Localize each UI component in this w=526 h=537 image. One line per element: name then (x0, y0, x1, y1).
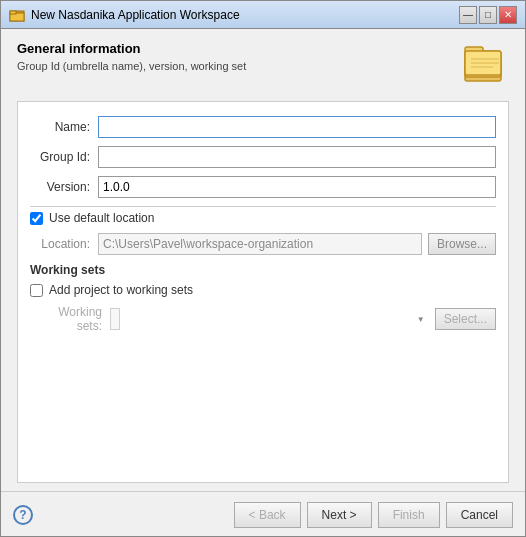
groupid-label: Group Id: (30, 150, 98, 164)
dialog-content: General information Group Id (umbrella n… (1, 29, 525, 491)
add-working-sets-label[interactable]: Add project to working sets (49, 283, 193, 297)
header-title: General information (17, 41, 453, 56)
help-button[interactable]: ? (13, 505, 33, 525)
location-input (98, 233, 422, 255)
add-working-sets-checkbox[interactable] (30, 284, 43, 297)
back-button[interactable]: < Back (234, 502, 301, 528)
working-sets-select-wrapper (110, 308, 429, 330)
use-default-location-label[interactable]: Use default location (49, 211, 154, 225)
select-button: Select... (435, 308, 496, 330)
working-sets-section: Working sets Add project to working sets… (30, 263, 496, 333)
close-button[interactable]: ✕ (499, 6, 517, 24)
working-sets-select (110, 308, 120, 330)
cancel-button[interactable]: Cancel (446, 502, 513, 528)
header-section: General information Group Id (umbrella n… (17, 41, 509, 89)
minimize-button[interactable]: — (459, 6, 477, 24)
name-row: Name: (30, 116, 496, 138)
groupid-row: Group Id: (30, 146, 496, 168)
browse-button: Browse... (428, 233, 496, 255)
working-sets-title: Working sets (30, 263, 496, 277)
ws-label: Working sets: (30, 305, 110, 333)
groupid-input[interactable] (98, 146, 496, 168)
location-label: Location: (30, 237, 98, 251)
main-window: New Nasdanika Application Workspace — □ … (0, 0, 526, 537)
maximize-button[interactable]: □ (479, 6, 497, 24)
header-subtitle: Group Id (umbrella name), version, worki… (17, 60, 453, 72)
dialog-buttons: < Back Next > Finish Cancel (234, 502, 513, 528)
working-sets-input-row: Working sets: Select... (30, 305, 496, 333)
next-button[interactable]: Next > (307, 502, 372, 528)
window-title: New Nasdanika Application Workspace (31, 8, 459, 22)
finish-button[interactable]: Finish (378, 502, 440, 528)
name-input[interactable] (98, 116, 496, 138)
version-row: Version: (30, 176, 496, 198)
divider-1 (30, 206, 496, 207)
use-default-location-row: Use default location (30, 211, 496, 225)
window-icon (9, 7, 25, 23)
bottom-bar: ? < Back Next > Finish Cancel (1, 491, 525, 536)
form-area: Name: Group Id: Version: Use default loc… (17, 101, 509, 483)
location-row: Location: Browse... (30, 233, 496, 255)
version-label: Version: (30, 180, 98, 194)
title-bar: New Nasdanika Application Workspace — □ … (1, 1, 525, 29)
header-text: General information Group Id (umbrella n… (17, 41, 453, 72)
name-label: Name: (30, 120, 98, 134)
svg-rect-2 (10, 11, 16, 14)
use-default-location-checkbox[interactable] (30, 212, 43, 225)
title-bar-buttons: — □ ✕ (459, 6, 517, 24)
add-working-sets-row: Add project to working sets (30, 283, 496, 297)
project-icon (461, 41, 509, 89)
version-input[interactable] (98, 176, 496, 198)
